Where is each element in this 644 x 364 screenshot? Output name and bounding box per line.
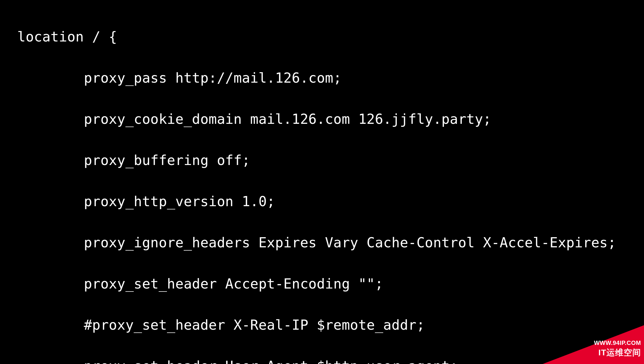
code-line: proxy_cookie_domain mail.126.com 126.jjf…: [17, 109, 644, 129]
code-line: #proxy_set_header X-Real-IP $remote_addr…: [17, 315, 644, 335]
code-line: proxy_http_version 1.0;: [17, 191, 644, 212]
code-line: proxy_set_header Accept-Encoding "";: [17, 274, 644, 294]
watermark-url: WWW.94IP.COM: [594, 333, 641, 353]
code-line: proxy_ignore_headers Expires Vary Cache-…: [17, 232, 644, 253]
code-line: proxy_buffering off;: [17, 150, 644, 171]
code-line: location / {: [17, 27, 644, 47]
code-block: location / { proxy_pass http://mail.126.…: [0, 0, 644, 364]
code-line: proxy_pass http://mail.126.com;: [17, 68, 644, 88]
code-line: proxy_set_header User-Agent $http_user_a…: [17, 356, 644, 364]
